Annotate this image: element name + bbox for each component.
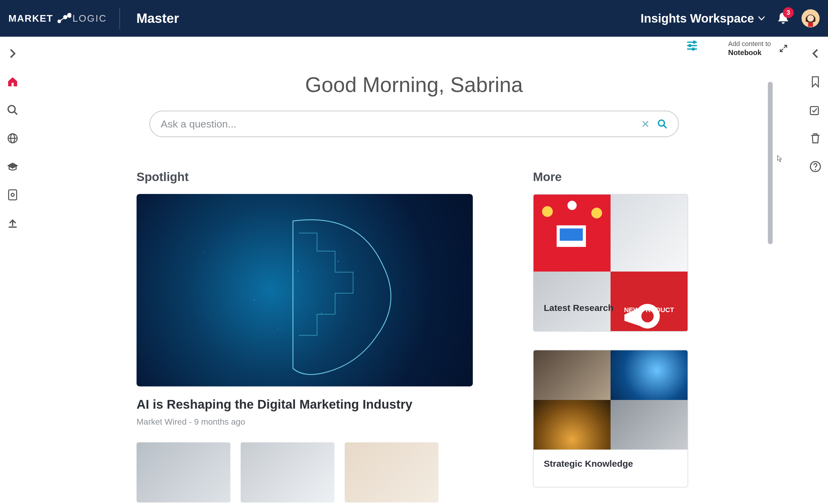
upload-icon[interactable] [7,217,18,229]
workspace-dropdown[interactable]: Insights Workspace [640,12,765,25]
home-icon[interactable] [7,76,18,88]
right-nav-rail [803,37,828,504]
tile-image [534,271,611,332]
education-icon[interactable] [7,161,18,173]
greeting-text: Good Morning, Sabrina [25,73,803,97]
svg-rect-5 [808,23,813,27]
card-image [534,350,688,450]
spotlight-heading: Spotlight [136,170,473,184]
svg-rect-18 [693,41,695,44]
content-columns: Spotlight AI is Reshaping the Digital Ma… [25,170,803,504]
tile-image [534,350,611,400]
tenant-name[interactable]: Master [136,11,179,26]
search-input[interactable] [161,118,634,130]
ai-head-illustration [136,194,473,386]
svg-point-16 [815,169,816,170]
tile-image: NEW PRODUCT [611,271,688,332]
chevron-down-icon [758,16,765,20]
brand-block: MARKET LOGIC Master [8,7,179,29]
spotlight-thumbs [136,443,473,503]
search-bar[interactable] [150,111,679,137]
svg-point-29 [568,201,577,210]
avatar-icon [801,9,820,27]
chevron-left-icon[interactable] [810,47,821,59]
tile-image [611,350,688,400]
chevron-right-icon[interactable] [7,47,18,59]
storage-icon[interactable] [7,189,18,201]
add-content-label: Add content to [728,40,771,48]
svg-point-28 [542,206,553,217]
left-nav-rail [0,37,25,504]
notification-badge: 3 [783,7,794,18]
megaphone-illustration [611,271,688,332]
trash-icon[interactable] [810,132,821,144]
search-icon[interactable] [7,104,18,116]
more-section: More [533,170,688,504]
svg-point-30 [591,208,602,219]
bookmark-icon[interactable] [810,76,821,88]
tile-image [534,400,611,450]
notifications-button[interactable]: 3 [777,11,789,25]
main-area: Add content to Notebook Good Morning, Sa… [25,37,803,504]
more-card-latest-research[interactable]: NEW PRODUCT Latest Research [533,194,688,332]
svg-point-23 [658,120,664,126]
card-image: NEW PRODUCT [534,195,688,294]
spotlight-title[interactable]: AI is Reshaping the Digital Marketing In… [136,397,473,412]
cursor-icon [777,155,782,162]
brand-dots-icon [56,13,71,24]
user-avatar[interactable] [801,9,820,27]
more-heading: More [533,170,688,184]
add-content-target: Notebook [728,48,771,57]
tile-image [534,195,611,271]
app-header: MARKET LOGIC Master Insights Workspace 3 [0,0,828,37]
expand-icon[interactable] [779,44,788,53]
help-icon[interactable] [810,161,821,173]
toolbar-row: Add content to Notebook [25,37,803,55]
svg-rect-14 [810,107,818,115]
tile-image [611,195,688,271]
brand-logo[interactable]: MARKET LOGIC [8,13,107,24]
more-card-strategic-knowledge[interactable]: Strategic Knowledge [533,350,688,488]
card-title: Strategic Knowledge [544,459,677,469]
spotlight-hero-image[interactable] [136,194,473,386]
checklist-icon[interactable] [810,104,821,116]
svg-point-6 [8,106,15,113]
svg-point-12 [11,193,14,196]
svg-line-24 [663,125,666,128]
workspace-label: Insights Workspace [640,12,754,25]
globe-icon[interactable] [7,132,18,144]
spotlight-meta: Market Wired - 9 months ago [136,417,473,427]
svg-point-4 [807,15,814,22]
scrollbar[interactable] [768,82,773,244]
svg-rect-27 [560,228,583,241]
card-badge: NEW PRODUCT [624,306,674,314]
svg-rect-11 [9,190,17,200]
add-to-notebook-button[interactable]: Add content to Notebook [728,40,771,57]
search-submit-icon[interactable] [657,119,667,129]
svg-rect-20 [689,44,691,47]
spotlight-thumb[interactable] [136,443,231,503]
spotlight-section: Spotlight AI is Reshaping the Digital Ma… [136,170,473,504]
brand-text-left: MARKET [8,13,53,24]
marketing-icons-illustration [534,195,611,271]
tile-image [611,400,688,450]
svg-rect-22 [692,47,695,50]
divider [119,7,120,29]
svg-line-7 [14,112,17,115]
clear-icon[interactable] [641,119,650,128]
spotlight-thumb[interactable] [345,443,439,503]
spotlight-thumb[interactable] [241,443,334,503]
brand-text-right: LOGIC [73,13,107,24]
filters-icon[interactable] [686,40,698,50]
